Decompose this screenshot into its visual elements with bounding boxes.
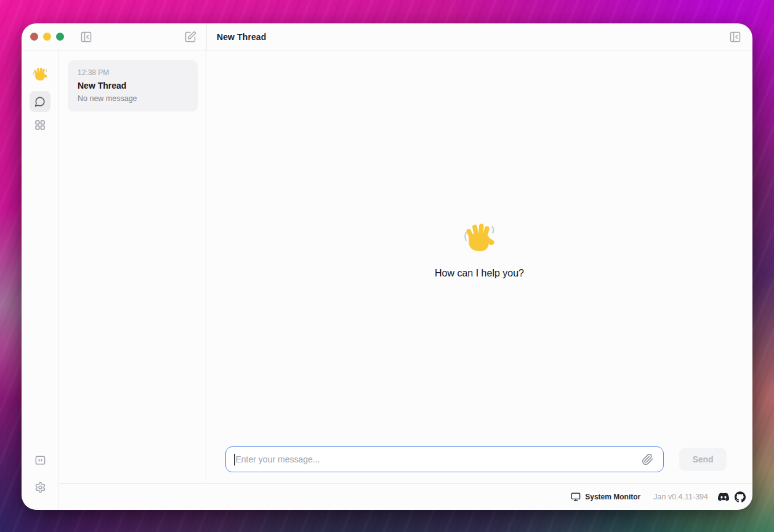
thread-title: New Thread (78, 81, 188, 91)
app-version: Jan v0.4.11-394 (653, 493, 708, 501)
greeting-text: How can I help you? (435, 268, 524, 279)
close-window-button[interactable] (30, 33, 38, 41)
system-monitor-button[interactable]: System Monitor (571, 492, 640, 502)
wave-logo-icon (32, 65, 49, 82)
jan-app-window: New Thread (22, 23, 752, 510)
text-caret (234, 454, 235, 465)
discord-link[interactable] (718, 491, 729, 502)
titlebar-main: New Thread (206, 23, 752, 50)
github-link[interactable] (735, 491, 746, 502)
right-column: 12:38 PM New Thread No new message How c… (59, 50, 752, 510)
app-body: 12:38 PM New Thread No new message How c… (22, 50, 752, 510)
thread-list-item[interactable]: 12:38 PM New Thread No new message (68, 60, 198, 111)
toggle-right-panel-button[interactable] (728, 30, 743, 44)
github-icon (735, 491, 746, 502)
social-links (718, 491, 746, 502)
compose-icon (184, 31, 196, 43)
collapse-left-panel-button[interactable] (79, 30, 94, 44)
paperclip-icon (642, 453, 654, 465)
maximize-window-button[interactable] (56, 33, 64, 41)
send-button[interactable]: Send (679, 448, 727, 471)
message-input-row: Send (206, 446, 752, 483)
thread-subtitle: No new message (78, 94, 188, 103)
content-row: 12:38 PM New Thread No new message How c… (59, 50, 752, 483)
discord-icon (718, 491, 729, 502)
thread-time: 12:38 PM (78, 68, 188, 77)
thread-list: 12:38 PM New Thread No new message (59, 50, 206, 483)
left-rail (22, 50, 59, 510)
titlebar-left (22, 23, 206, 50)
rail-item-hub[interactable] (30, 115, 50, 135)
panel-left-close-icon (80, 31, 92, 43)
rail-item-threads[interactable] (30, 91, 50, 112)
rail-item-settings[interactable] (30, 477, 50, 498)
message-input[interactable] (236, 454, 641, 464)
grid-icon (34, 119, 46, 131)
waving-hand-emoji (462, 219, 498, 254)
system-monitor-label: System Monitor (585, 493, 640, 501)
chat-bubble-icon (34, 96, 46, 107)
new-thread-button[interactable] (183, 30, 198, 44)
chat-main: How can I help you? Send (206, 50, 752, 483)
monitor-icon (571, 492, 581, 502)
page-title: New Thread (217, 32, 266, 42)
minimize-window-button[interactable] (43, 33, 51, 41)
traffic-lights (30, 33, 64, 41)
gear-icon (34, 482, 46, 493)
attach-file-button[interactable] (640, 452, 655, 467)
titlebar: New Thread (22, 23, 752, 50)
empty-thread-greeting: How can I help you? (206, 50, 752, 446)
rail-bottom (30, 449, 50, 498)
code-square-icon (34, 454, 46, 466)
panel-right-icon (729, 31, 741, 43)
status-footer: System Monitor Jan v0.4.11-394 (59, 483, 752, 510)
rail-item-local-api-server[interactable] (30, 449, 50, 470)
message-input-container (225, 446, 664, 472)
